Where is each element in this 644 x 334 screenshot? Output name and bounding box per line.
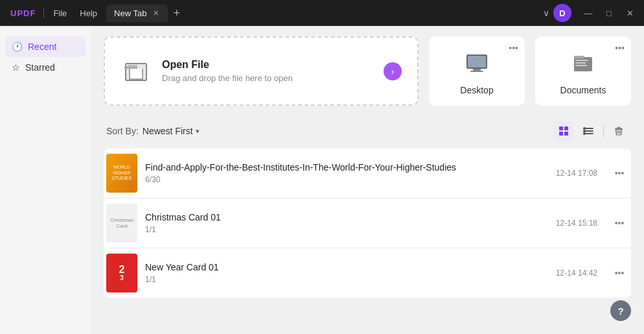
content-area: Open File Drag and drop the file here to… <box>91 26 644 334</box>
svg-rect-13 <box>564 126 568 130</box>
location-card-desktop[interactable]: ••• Desktop <box>429 36 525 106</box>
svg-point-19 <box>583 127 586 130</box>
sidebar-item-label-recent: Recent <box>28 42 56 52</box>
tab-label: New Tab <box>114 8 146 18</box>
file-name: New Year Card 01 <box>145 262 548 272</box>
sort-label: Sort By: <box>106 126 139 136</box>
window-controls: D — □ ✕ <box>553 4 639 22</box>
thumb-yellow: WORLD HIGHER STUDIES <box>106 154 137 193</box>
titlebar-divider <box>43 8 44 18</box>
tab-new[interactable]: New Tab ✕ <box>106 5 168 22</box>
svg-rect-9 <box>575 60 588 61</box>
file-thumbnail: WORLD HIGHER STUDIES <box>106 154 137 193</box>
svg-rect-23 <box>617 127 621 128</box>
view-controls <box>554 121 628 141</box>
sidebar-item-label-starred: Starred <box>25 62 55 73</box>
desktop-card-label: Desktop <box>460 85 493 95</box>
documents-card-label: Documents <box>560 85 606 95</box>
location-card-documents[interactable]: ••• Documents <box>535 36 631 106</box>
file-more-btn[interactable]: ••• <box>610 164 628 182</box>
file-item[interactable]: Christmas Card Christmas Card 01 1/1 12-… <box>104 198 631 248</box>
sidebar-item-recent[interactable]: 🕐 Recent <box>5 36 86 57</box>
tab-close-btn[interactable]: ✕ <box>152 9 160 18</box>
star-icon: ☆ <box>12 62 20 73</box>
sort-bar: Sort By: Newest First ▾ <box>104 121 631 141</box>
desktop-icon <box>465 52 489 80</box>
titlebar-menu: File Help <box>47 6 104 21</box>
titlebar: UPDF File Help New Tab ✕ + ∨ D — □ ✕ <box>0 0 644 26</box>
list-view-btn[interactable] <box>554 121 573 141</box>
svg-rect-14 <box>559 132 563 136</box>
open-file-icon <box>121 56 152 87</box>
file-date: 12-14 14:42 <box>556 268 597 278</box>
delete-btn[interactable] <box>609 121 628 141</box>
logo-text: UPDF <box>10 8 36 18</box>
thumb-red: 2 3 <box>106 254 137 292</box>
view-divider <box>603 125 604 137</box>
file-date: 12-14 17:08 <box>556 169 597 178</box>
file-name: Find-and-Apply-For-the-Best-Institutes-I… <box>145 162 548 173</box>
documents-icon <box>571 52 595 80</box>
svg-rect-5 <box>473 69 481 71</box>
svg-rect-12 <box>559 126 563 130</box>
file-thumbnail: 2 3 <box>106 254 137 292</box>
file-info: Christmas Card 01 1/1 <box>145 212 548 234</box>
svg-rect-7 <box>574 57 592 71</box>
open-file-title: Open File <box>162 59 293 71</box>
tab-overflow-btn[interactable]: ∨ <box>539 8 553 18</box>
file-list: WORLD HIGHER STUDIES Find-and-Apply-For-… <box>104 149 631 298</box>
file-pages: 6/30 <box>145 175 548 184</box>
open-file-text: Open File Drag and drop the file here to… <box>162 59 293 83</box>
file-info: Find-and-Apply-For-the-Best-Institutes-I… <box>145 162 548 184</box>
grid-view-btn[interactable] <box>579 121 598 141</box>
help-button[interactable]: ? <box>610 300 631 321</box>
sort-dropdown[interactable]: Newest First ▾ <box>143 126 200 136</box>
recent-icon: 🕐 <box>12 42 23 52</box>
svg-rect-6 <box>470 71 483 72</box>
sidebar-item-starred[interactable]: ☆ Starred <box>5 57 86 78</box>
quick-access-row: Open File Drag and drop the file here to… <box>104 36 631 106</box>
main-layout: 🕐 Recent ☆ Starred <box>0 26 644 334</box>
avatar[interactable]: D <box>553 4 571 22</box>
sort-value: Newest First <box>143 126 193 136</box>
file-thumbnail: Christmas Card <box>106 204 137 243</box>
file-info: New Year Card 01 1/1 <box>145 262 548 284</box>
sidebar: 🕐 Recent ☆ Starred <box>0 26 91 334</box>
tab-bar: New Tab ✕ + <box>106 5 539 22</box>
svg-rect-10 <box>575 62 586 64</box>
sort-arrow: ▾ <box>196 127 200 136</box>
svg-rect-2 <box>128 65 137 67</box>
menu-file[interactable]: File <box>47 6 73 21</box>
documents-card-more[interactable]: ••• <box>615 43 625 53</box>
file-date: 12-14 15:18 <box>556 219 597 228</box>
desktop-card-more[interactable]: ••• <box>509 43 518 53</box>
menu-help[interactable]: Help <box>73 6 104 21</box>
open-file-card[interactable]: Open File Drag and drop the file here to… <box>104 36 419 106</box>
svg-point-20 <box>583 130 586 132</box>
svg-point-21 <box>583 132 586 135</box>
open-file-arrow[interactable]: › <box>384 62 402 80</box>
file-item[interactable]: 2 3 New Year Card 01 1/1 12-14 14:42 ••• <box>104 248 631 298</box>
svg-rect-11 <box>575 65 587 66</box>
minimize-btn[interactable]: — <box>579 4 597 22</box>
svg-rect-8 <box>574 56 584 58</box>
svg-rect-4 <box>468 56 486 67</box>
svg-rect-15 <box>564 132 568 136</box>
file-more-btn[interactable]: ••• <box>610 264 628 282</box>
open-file-subtitle: Drag and drop the file here to open <box>162 73 293 83</box>
maximize-btn[interactable]: □ <box>600 4 618 22</box>
file-item[interactable]: WORLD HIGHER STUDIES Find-and-Apply-For-… <box>104 149 631 198</box>
close-btn[interactable]: ✕ <box>621 4 639 22</box>
file-pages: 1/1 <box>145 275 548 284</box>
file-pages: 1/1 <box>145 225 548 234</box>
file-more-btn[interactable]: ••• <box>610 214 628 232</box>
tab-add-btn[interactable]: + <box>168 6 185 20</box>
thumb-white: Christmas Card <box>106 204 137 243</box>
file-name: Christmas Card 01 <box>145 212 548 222</box>
app-logo[interactable]: UPDF <box>5 8 41 18</box>
